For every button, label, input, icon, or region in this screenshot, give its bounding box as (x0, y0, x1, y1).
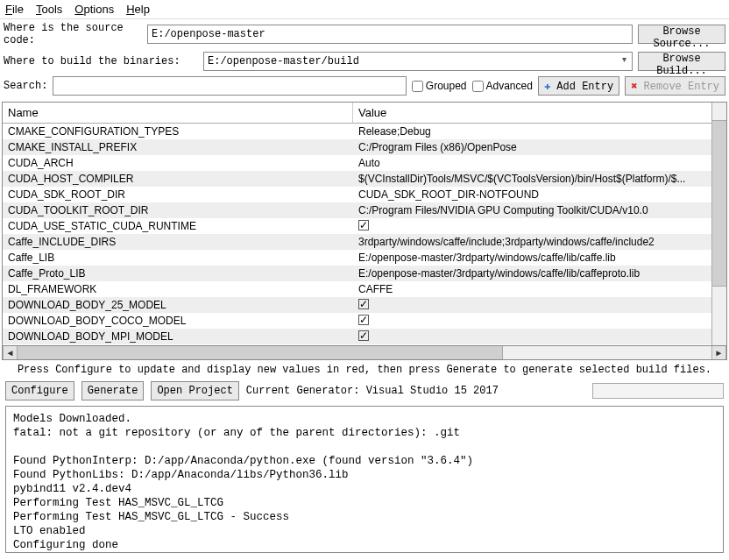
table-row[interactable]: Caffe_INCLUDE_DIRS3rdparty/windows/caffe… (3, 234, 726, 250)
advanced-label: Advanced (486, 80, 533, 92)
cell-name: DOWNLOAD_BODY_25_MODEL (3, 297, 353, 313)
cell-value[interactable]: CAFFE (353, 281, 726, 297)
scroll-left-icon[interactable]: ◄ (3, 346, 18, 359)
checkbox-icon[interactable] (358, 220, 369, 230)
menu-help[interactable]: Help (126, 3, 150, 16)
action-bar: Configure Generate Open Project Current … (0, 379, 729, 402)
generate-button[interactable]: Generate (81, 381, 145, 401)
cell-name: CUDA_ARCH (3, 155, 353, 171)
cell-name: CMAKE_INSTALL_PREFIX (3, 139, 353, 155)
table-header: Name Value (3, 103, 726, 124)
checkbox-icon[interactable] (358, 299, 369, 309)
advanced-checkbox-input[interactable] (472, 81, 484, 92)
table-row[interactable]: Caffe_Proto_LIBE:/openpose-master/3rdpar… (3, 266, 726, 281)
menu-file[interactable]: File (5, 3, 24, 16)
menu-tools[interactable]: Tools (36, 3, 62, 16)
source-label: Where is the source code: (4, 22, 142, 46)
cell-name: Caffe_Proto_LIB (3, 266, 353, 281)
build-row: Where to build the binaries: ▾ Browse Bu… (0, 49, 729, 74)
cell-value[interactable] (353, 297, 726, 313)
search-label: Search: (4, 80, 47, 92)
browse-source-button[interactable]: Browse Source... (638, 25, 725, 44)
cell-value[interactable] (353, 218, 726, 234)
cell-name: CUDA_TOOLKIT_ROOT_DIR (3, 202, 353, 218)
cache-table: Name Value CMAKE_CONFIGURATION_TYPESRele… (2, 102, 727, 345)
source-row: Where is the source code: Browse Source.… (0, 19, 729, 49)
table-row[interactable]: CMAKE_INSTALL_PREFIXC:/Program Files (x8… (3, 139, 726, 155)
add-entry-button[interactable]: ✚ Add Entry (538, 76, 619, 96)
scroll-right-icon[interactable]: ► (711, 346, 726, 359)
output-console[interactable]: Models Downloaded. fatal: not a git repo… (5, 406, 724, 553)
cell-value[interactable]: C:/Program Files (x86)/OpenPose (353, 139, 726, 155)
cell-value[interactable]: E:/openpose-master/3rdparty/windows/caff… (353, 266, 726, 281)
build-input[interactable] (203, 52, 633, 71)
table-row[interactable]: DOWNLOAD_BODY_MPI_MODEL (3, 329, 726, 344)
progress-bar (592, 383, 724, 399)
grouped-checkbox[interactable]: Grouped (412, 80, 467, 92)
search-input[interactable] (53, 76, 407, 96)
add-entry-label: Add Entry (556, 81, 613, 93)
advanced-checkbox[interactable]: Advanced (472, 80, 533, 92)
table-row[interactable]: CUDA_SDK_ROOT_DIRCUDA_SDK_ROOT_DIR-NOTFO… (3, 187, 726, 202)
table-row[interactable]: DL_FRAMEWORKCAFFE (3, 281, 726, 297)
table-row[interactable]: CUDA_ARCHAuto (3, 155, 726, 171)
cell-name: CUDA_SDK_ROOT_DIR (3, 187, 353, 202)
cell-value[interactable]: Auto (353, 155, 726, 171)
cell-name: DOWNLOAD_BODY_COCO_MODEL (3, 313, 353, 329)
hint-text: Press Configure to update and display ne… (0, 360, 729, 379)
checkbox-icon[interactable] (358, 330, 369, 341)
grouped-checkbox-input[interactable] (412, 81, 423, 92)
table-row[interactable]: CUDA_USE_STATIC_CUDA_RUNTIME (3, 218, 726, 234)
open-project-button[interactable]: Open Project (151, 381, 238, 401)
cell-value[interactable]: $(VCInstallDir)Tools/MSVC/$(VCToolsVersi… (353, 171, 726, 187)
remove-entry-button[interactable]: ✖ Remove Entry (625, 76, 725, 96)
horizontal-scrollbar[interactable]: ◄ ► (2, 345, 727, 360)
source-input[interactable] (147, 25, 633, 44)
search-row: Search: Grouped Advanced ✚ Add Entry ✖ R… (0, 74, 729, 98)
cell-value[interactable]: 3rdparty/windows/caffe/include;3rdparty/… (353, 234, 726, 250)
vertical-scroll-thumb[interactable] (712, 120, 726, 287)
header-name[interactable]: Name (3, 103, 353, 123)
configure-button[interactable]: Configure (5, 381, 74, 401)
cell-name: CMAKE_CONFIGURATION_TYPES (3, 124, 353, 139)
menu-bar: File Tools Options Help (0, 0, 729, 19)
remove-entry-label: Remove Entry (644, 81, 719, 93)
plus-icon: ✚ (544, 81, 550, 93)
build-label: Where to build the binaries: (4, 55, 198, 67)
checkbox-icon[interactable] (358, 315, 369, 325)
cell-value[interactable] (353, 313, 726, 329)
cell-name: CUDA_USE_STATIC_CUDA_RUNTIME (3, 218, 353, 234)
vertical-scrollbar[interactable] (711, 103, 726, 345)
table-row[interactable]: CUDA_TOOLKIT_ROOT_DIRC:/Program Files/NV… (3, 202, 726, 218)
menu-options[interactable]: Options (74, 3, 114, 16)
table-row[interactable]: DOWNLOAD_BODY_COCO_MODEL (3, 313, 726, 329)
cell-name: DL_FRAMEWORK (3, 281, 353, 297)
cell-name: DOWNLOAD_BODY_MPI_MODEL (3, 329, 353, 344)
current-generator: Current Generator: Visual Studio 15 2017 (246, 385, 499, 397)
grouped-label: Grouped (426, 80, 467, 92)
cell-name: Caffe_INCLUDE_DIRS (3, 234, 353, 250)
cell-name: Caffe_LIB (3, 250, 353, 266)
header-value[interactable]: Value (353, 103, 726, 123)
table-row[interactable]: CMAKE_CONFIGURATION_TYPESRelease;Debug (3, 124, 726, 139)
remove-icon: ✖ (631, 81, 637, 93)
cell-value[interactable]: Release;Debug (353, 124, 726, 139)
table-row[interactable]: Caffe_LIBE:/openpose-master/3rdparty/win… (3, 250, 726, 266)
horizontal-scroll-thumb[interactable] (18, 346, 503, 359)
browse-build-button[interactable]: Browse Build... (638, 52, 725, 71)
cell-value[interactable]: E:/openpose-master/3rdparty/windows/caff… (353, 250, 726, 266)
table-row[interactable]: DOWNLOAD_BODY_25_MODEL (3, 297, 726, 313)
cell-value[interactable]: C:/Program Files/NVIDIA GPU Computing To… (353, 202, 726, 218)
table-body: CMAKE_CONFIGURATION_TYPESRelease;DebugCM… (3, 124, 726, 344)
table-row[interactable]: CUDA_HOST_COMPILER$(VCInstallDir)Tools/M… (3, 171, 726, 187)
cell-name: CUDA_HOST_COMPILER (3, 171, 353, 187)
cell-value[interactable]: CUDA_SDK_ROOT_DIR-NOTFOUND (353, 187, 726, 202)
cell-value[interactable] (353, 329, 726, 344)
